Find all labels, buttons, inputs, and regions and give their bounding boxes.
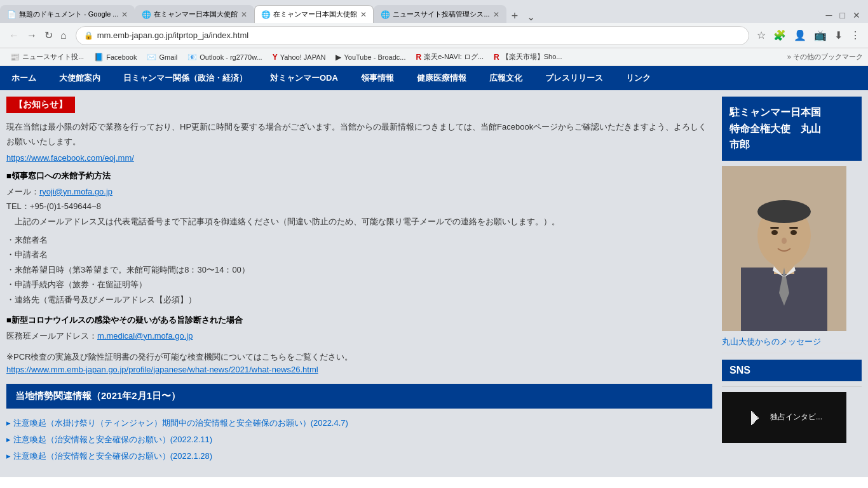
consular-tel: TEL：+95-(0)1-549644~8 <box>6 199 712 214</box>
consular-item-2: ・申請者名 <box>6 247 712 262</box>
pcr-link[interactable]: https://www.mm.emb-japan.go.jp/profile/j… <box>6 365 318 374</box>
nav-press[interactable]: プレスリリース <box>534 66 614 90</box>
nav-culture[interactable]: 広報文化 <box>478 66 534 90</box>
bookmark-outlook[interactable]: 📧 Outlook - rg2770w... <box>182 51 267 63</box>
bookmark-star-button[interactable]: ☆ <box>754 27 768 44</box>
bookmark-youtube-icon: ▶ <box>336 53 341 62</box>
download-button[interactable]: ⬇ <box>832 27 845 44</box>
extensions-button[interactable]: 🧩 <box>771 27 789 44</box>
nav-consular[interactable]: 領事情報 <box>349 66 405 90</box>
bookmark-rakuten-navi-label: 楽天e-NAVI: ログ... <box>424 52 484 62</box>
tab-overflow-button[interactable]: ⌄ <box>523 11 539 23</box>
bookmark-gmail[interactable]: ✉️ Gmail <box>142 51 182 63</box>
consular-item-3: ・来館希望日時（第3希望まで。来館可能時間は8：30〜14：00） <box>6 262 712 277</box>
bookmark-youtube[interactable]: ▶ YouTube - Broadc... <box>330 51 410 63</box>
tab-icon-news: 🌐 <box>381 10 390 19</box>
news-list: 注意喚起（水掛け祭り（ティンジャン）期間中の治安情報と安全確保のお願い）(202… <box>6 409 712 471</box>
minimize-button[interactable]: ─ <box>824 8 835 23</box>
consular-email-link[interactable]: ryoji@yn.mofa.go.jp <box>39 187 112 196</box>
lock-icon: 🔒 <box>84 31 93 40</box>
news-link-2[interactable]: 注意喚起（治安情報と安全確保のお願い）(2022.2.11) <box>6 435 212 444</box>
bookmark-youtube-label: YouTube - Broadc... <box>344 53 405 61</box>
new-tab-button[interactable]: + <box>506 10 524 23</box>
bookmark-facebook[interactable]: 📘 Facebook <box>89 51 142 63</box>
tab-embassy-1[interactable]: 🌐 在ミャンマー日本国大使館 ✕ <box>135 5 254 23</box>
bookmarks-overflow[interactable]: » その他のブックマーク <box>787 52 863 62</box>
nav-home[interactable]: ホーム <box>0 66 48 90</box>
bookmark-yahoo-icon: Y <box>273 53 278 62</box>
main-content: 【お知らせ】 現在当館は最小限の対応で業務を行っており、HP更新に時間を要する場… <box>6 97 712 471</box>
main-navigation: ホーム 大使館案内 日ミャンマー関係（政治・経済） 対ミャンマーODA 領事情報… <box>0 66 868 90</box>
nav-embassy-info[interactable]: 大使館案内 <box>48 66 112 90</box>
sns-box: SNS <box>722 360 862 381</box>
bookmark-rakuten-market[interactable]: R 【楽天市場】Sho... <box>489 51 567 63</box>
sidebar: 駐ミャンマー日本国 特命全権大使 丸山 市郎 <box>722 97 862 471</box>
play-circle-icon: ⏵ <box>746 405 766 429</box>
toolbar-actions: ☆ 🧩 👤 📺 ⬇ ⋮ <box>754 27 863 44</box>
bookmark-news-site[interactable]: 📰 ニュースサイト投... <box>5 51 89 63</box>
tab-embassy-2[interactable]: 🌐 在ミャンマー日本国大使館 ✕ <box>254 5 374 23</box>
tab-icon-embassy1: 🌐 <box>142 10 151 19</box>
nav-health[interactable]: 健康医療情報 <box>405 66 478 90</box>
bookmark-yahoo[interactable]: Y Yahoo! JAPAN <box>268 51 331 63</box>
svg-point-6 <box>757 200 811 223</box>
local-info-section-bar: 当地情勢関連情報（2021年2月1日〜） <box>6 384 712 409</box>
svg-point-8 <box>790 230 797 235</box>
bookmark-yahoo-label: Yahoo! JAPAN <box>280 53 326 61</box>
tab-title-google: 無題のドキュメント - Google ... <box>19 10 118 19</box>
svg-point-7 <box>771 230 778 235</box>
reload-button[interactable]: ↻ <box>41 27 57 44</box>
bookmark-outlook-label: Outlook - rg2770w... <box>200 53 262 61</box>
url-bar-container: 🔒 <box>76 26 749 45</box>
url-input[interactable] <box>97 30 741 40</box>
tab-close-google[interactable]: ✕ <box>121 10 128 19</box>
news-link-1[interactable]: 注意喚起（水掛け祭り（ティンジャン）期間中の治安情報と安全確保のお願い）(202… <box>6 418 348 428</box>
tab-close-news[interactable]: ✕ <box>493 10 499 19</box>
close-button[interactable]: ✕ <box>850 8 863 23</box>
tab-close-embassy1[interactable]: ✕ <box>241 10 247 19</box>
maximize-button[interactable]: □ <box>837 8 848 23</box>
home-button[interactable]: ⌂ <box>57 27 71 44</box>
bookmark-news-icon: 📰 <box>10 53 20 62</box>
settings-button[interactable]: ⋮ <box>848 27 863 44</box>
news-item-2: 注意喚起（治安情報と安全確保のお願い）(2022.2.11) <box>6 431 712 448</box>
tab-icon-embassy2: 🌐 <box>261 10 270 19</box>
bookmark-rakuten-market-icon: R <box>494 53 499 62</box>
bookmark-facebook-label: Facebook <box>106 53 137 61</box>
tab-close-embassy2[interactable]: ✕ <box>360 10 367 19</box>
sns-label: SNS <box>729 365 750 376</box>
sns-video-label: 独占インタビ... <box>770 412 822 423</box>
svg-point-11 <box>782 238 787 244</box>
facebook-link[interactable]: https://www.facebook.com/eoj.mm/ <box>6 153 134 163</box>
toolbar: ← → ↻ ⌂ 🔒 ☆ 🧩 👤 📺 ⬇ ⋮ <box>0 23 868 48</box>
covid-email-prefix: 医務班メールアドレス： <box>6 331 97 341</box>
cast-button[interactable]: 📺 <box>811 27 829 44</box>
news-item-1: 注意喚起（水掛け祭り（ティンジャン）期間中の治安情報と安全確保のお願い）(202… <box>6 415 712 431</box>
forward-button[interactable]: → <box>23 27 41 44</box>
ambassador-box: 駐ミャンマー日本国 特命全権大使 丸山 市郎 <box>722 97 862 161</box>
consular-email-line: メール：ryoji@yn.mofa.go.jp <box>6 184 712 199</box>
tab-news-system[interactable]: 🌐 ニュースサイト投稿管理シス... ✕ <box>374 5 506 23</box>
bookmark-outlook-icon: 📧 <box>187 53 197 62</box>
svg-rect-10 <box>789 227 798 229</box>
consular-item-4: ・申請手続内容（旅券・在留証明等） <box>6 277 712 292</box>
consular-items: ・来館者名 ・申請者名 ・来館希望日時（第3希望まで。来館可能時間は8：30〜1… <box>6 233 712 307</box>
news-link-3[interactable]: 注意喚起（治安情報と安全確保のお願い）(2022.1.28) <box>6 451 212 461</box>
tab-title-embassy1: 在ミャンマー日本国大使館 <box>154 10 238 19</box>
tab-google-doc[interactable]: 📄 無題のドキュメント - Google ... ✕ <box>0 5 135 23</box>
notice-title: 【お知らせ】 <box>6 97 75 113</box>
back-button[interactable]: ← <box>5 27 23 44</box>
sns-video-thumbnail[interactable]: ⏵ 独占インタビ... <box>722 392 846 443</box>
ambassador-message-link[interactable]: 丸山大使からのメッセージ <box>722 331 862 353</box>
nav-japan-myanmar[interactable]: 日ミャンマー関係（政治・経済） <box>112 66 259 90</box>
bookmark-rakuten-navi[interactable]: R 楽天e-NAVI: ログ... <box>410 51 489 63</box>
covid-email-link[interactable]: m.medical@yn.mofa.go.jp <box>97 331 193 341</box>
profile-button[interactable]: 👤 <box>791 27 809 44</box>
nav-links[interactable]: リンク <box>614 66 662 90</box>
local-info-title: 当地情勢関連情報（2021年2月1日〜） <box>15 390 180 402</box>
news-item-3: 注意喚起（治安情報と安全確保のお願い）(2022.1.28) <box>6 448 712 464</box>
nav-oda[interactable]: 対ミャンマーODA <box>259 66 349 90</box>
bookmark-news-label: ニュースサイト投... <box>22 52 84 62</box>
tab-title-news: ニュースサイト投稿管理シス... <box>393 10 489 19</box>
svg-rect-9 <box>770 227 779 229</box>
